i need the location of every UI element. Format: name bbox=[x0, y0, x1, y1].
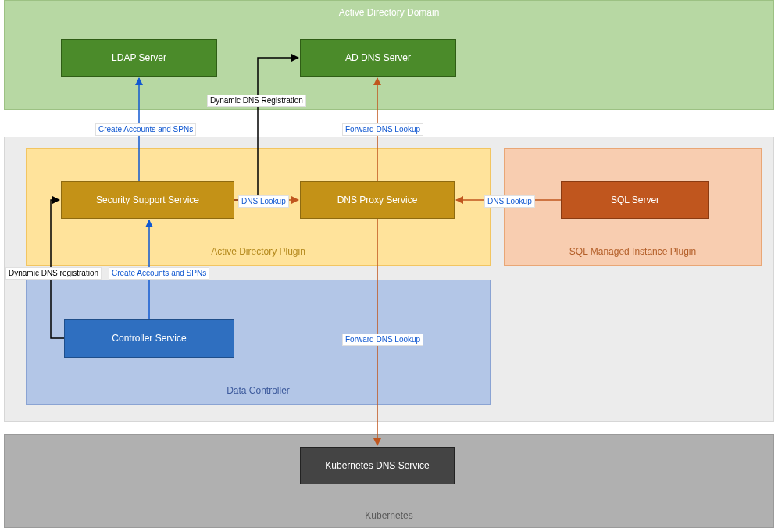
node-k8s-dns: Kubernetes DNS Service bbox=[300, 447, 455, 484]
zone-ad-plugin-title: Active Directory Plugin bbox=[27, 246, 490, 257]
label-proxy-to-k8s: Forward DNS Lookup bbox=[342, 334, 423, 346]
label-proxy-to-addns: Forward DNS Lookup bbox=[342, 123, 423, 136]
zone-ad-domain-title: Active Directory Domain bbox=[5, 7, 773, 18]
diagram-canvas: Active Directory Domain Data Controller … bbox=[0, 0, 778, 532]
label-security-to-ldap: Create Accounts and SPNs bbox=[95, 123, 196, 136]
node-ad-dns-server: AD DNS Server bbox=[300, 39, 456, 77]
zone-data-controller-title: Data Controller bbox=[27, 385, 490, 396]
node-controller-service: Controller Service bbox=[64, 319, 234, 358]
label-controller-to-security-ddns: Dynamic DNS registration bbox=[5, 267, 102, 280]
node-ldap-server: LDAP Server bbox=[61, 39, 217, 77]
label-controller-to-security-spns: Create Accounts and SPNs bbox=[109, 267, 209, 280]
zone-sql-plugin-title: SQL Managed Instance Plugin bbox=[505, 246, 761, 257]
node-dns-proxy: DNS Proxy Service bbox=[300, 181, 455, 219]
label-sql-to-proxy: DNS Lookup bbox=[484, 195, 535, 208]
node-sql-server: SQL Server bbox=[561, 181, 709, 219]
label-security-to-proxy: DNS Lookup bbox=[238, 195, 289, 208]
node-security-support: Security Support Service bbox=[61, 181, 234, 219]
zone-kubernetes-title: Kubernetes bbox=[5, 510, 773, 521]
label-security-to-addns-ddns: Dynamic DNS Registration bbox=[207, 95, 306, 107]
